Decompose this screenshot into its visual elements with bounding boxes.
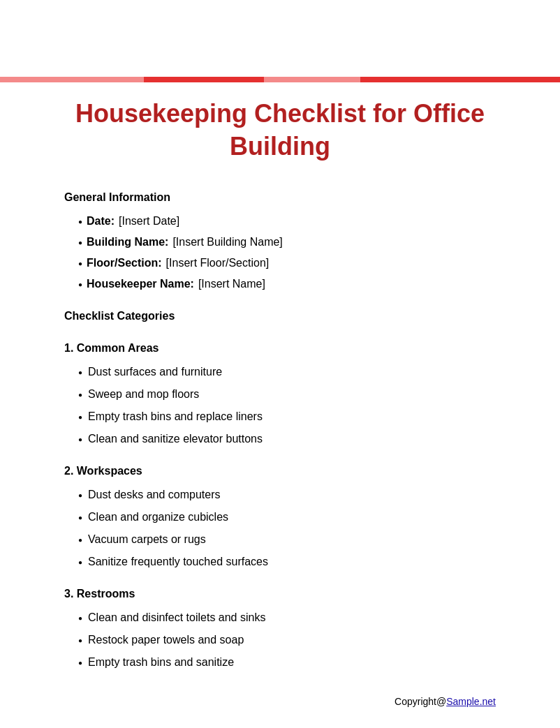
list-item-text: Clean and sanitize elevator buttons bbox=[88, 433, 263, 445]
list-item: Dust desks and computers bbox=[78, 489, 496, 501]
info-value-floor: [Insert Floor/Section] bbox=[166, 257, 270, 269]
main-container: Housekeeping Checklist for Office Buildi… bbox=[0, 0, 560, 720]
info-item-floor: Floor/Section: [Insert Floor/Section] bbox=[78, 257, 496, 269]
footer: Copyright@Sample.net bbox=[395, 696, 496, 707]
info-item-housekeeper: Housekeeper Name: [Insert Name] bbox=[78, 278, 496, 290]
top-bar-decoration bbox=[0, 77, 560, 82]
list-item-text: Clean and organize cubicles bbox=[88, 511, 228, 523]
info-label-building: Building Name: bbox=[87, 236, 168, 248]
list-item-text: Restock paper towels and soap bbox=[88, 634, 244, 646]
list-item-text: Dust surfaces and furniture bbox=[88, 366, 222, 378]
list-item: Restock paper towels and soap bbox=[78, 634, 496, 646]
general-info-section: General Information Date: [Insert Date] … bbox=[64, 191, 496, 290]
list-item-text: Empty trash bins and replace liners bbox=[88, 410, 263, 423]
category-restrooms-heading: 3. Restrooms bbox=[64, 588, 496, 600]
category-workspaces-heading: 2. Workspaces bbox=[64, 465, 496, 477]
top-bar-segment-1 bbox=[0, 77, 144, 82]
list-item: Clean and sanitize elevator buttons bbox=[78, 433, 496, 445]
checklist-categories-heading: Checklist Categories bbox=[64, 310, 496, 322]
category-common-areas: 1. Common Areas Dust surfaces and furnit… bbox=[64, 342, 496, 445]
info-value-housekeeper: [Insert Name] bbox=[198, 278, 265, 290]
common-areas-list: Dust surfaces and furniture Sweep and mo… bbox=[64, 366, 496, 445]
info-label-date: Date: bbox=[87, 215, 115, 228]
list-item-text: Clean and disinfect toilets and sinks bbox=[88, 611, 265, 624]
info-label-housekeeper: Housekeeper Name: bbox=[87, 278, 194, 290]
list-item: Dust surfaces and furniture bbox=[78, 366, 496, 378]
general-info-list: Date: [Insert Date] Building Name: [Inse… bbox=[64, 215, 496, 290]
list-item: Empty trash bins and sanitize bbox=[78, 656, 496, 669]
info-label-floor: Floor/Section: bbox=[87, 257, 162, 269]
workspaces-list: Dust desks and computers Clean and organ… bbox=[64, 489, 496, 568]
top-bar-segment-2 bbox=[144, 77, 264, 82]
list-item: Clean and organize cubicles bbox=[78, 511, 496, 523]
info-value-building: [Insert Building Name] bbox=[172, 236, 282, 248]
list-item-text: Dust desks and computers bbox=[88, 489, 220, 501]
category-workspaces: 2. Workspaces Dust desks and computers C… bbox=[64, 465, 496, 568]
category-common-areas-heading: 1. Common Areas bbox=[64, 342, 496, 355]
footer-text: Copyright@ bbox=[395, 696, 446, 707]
list-item-text: Sanitize frequently touched surfaces bbox=[88, 556, 268, 568]
info-item-date: Date: [Insert Date] bbox=[78, 215, 496, 228]
top-bar-segment-3 bbox=[264, 77, 360, 82]
list-item-text: Empty trash bins and sanitize bbox=[88, 656, 234, 669]
list-item: Vacuum carpets or rugs bbox=[78, 533, 496, 546]
checklist-categories-section: Checklist Categories 1. Common Areas Dus… bbox=[64, 310, 496, 669]
list-item: Sanitize frequently touched surfaces bbox=[78, 556, 496, 568]
list-item: Empty trash bins and replace liners bbox=[78, 410, 496, 423]
list-item-text: Vacuum carpets or rugs bbox=[88, 533, 206, 546]
page-title: Housekeeping Checklist for Office Buildi… bbox=[64, 98, 496, 163]
restrooms-list: Clean and disinfect toilets and sinks Re… bbox=[64, 611, 496, 669]
list-item-text: Sweep and mop floors bbox=[88, 388, 199, 401]
general-info-heading: General Information bbox=[64, 191, 496, 204]
info-item-building: Building Name: [Insert Building Name] bbox=[78, 236, 496, 248]
info-value-date: [Insert Date] bbox=[119, 215, 179, 228]
list-item: Clean and disinfect toilets and sinks bbox=[78, 611, 496, 624]
category-restrooms: 3. Restrooms Clean and disinfect toilets… bbox=[64, 588, 496, 669]
list-item: Sweep and mop floors bbox=[78, 388, 496, 401]
footer-link[interactable]: Sample.net bbox=[446, 696, 496, 707]
top-bar-segment-4 bbox=[360, 77, 560, 82]
